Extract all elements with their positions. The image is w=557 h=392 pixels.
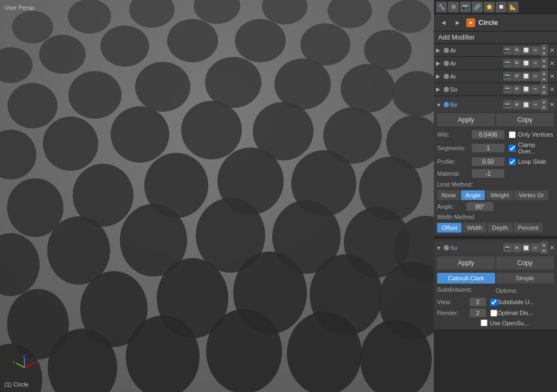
toolbar-icon-7[interactable]: 📐 [508, 2, 518, 12]
bevel-segments-value[interactable]: 1 [472, 144, 504, 152]
catmull-clark-btn[interactable]: Catmull-Clark [437, 273, 495, 284]
back-arrow-icon[interactable]: ◀ [438, 17, 449, 28]
mod-up-1[interactable]: ▲ [540, 44, 548, 50]
add-modifier-button[interactable]: Add Modifier [434, 31, 557, 44]
bevel-down[interactable]: ▼ [540, 105, 548, 111]
subdiv-up[interactable]: ▲ [540, 242, 548, 248]
limit-vertex-gr-btn[interactable]: Vertex Gr [514, 190, 548, 200]
mod-camera-icon-1[interactable]: 📷 [503, 46, 512, 55]
subdiv-render-icon[interactable]: ⬜ [522, 243, 530, 252]
mod-camera-icon-2[interactable]: 📷 [503, 59, 512, 68]
bevel-angle-value[interactable]: 80° [466, 202, 494, 211]
toolbar-icon-2[interactable]: ⚙ [448, 2, 459, 12]
bevel-close[interactable]: ✕ [549, 101, 555, 108]
bevel-up[interactable]: ▲ [540, 99, 548, 105]
subdiv-copy-button[interactable]: Copy [496, 256, 554, 269]
subdiv-view-row: View: 2 Subdivide U... [434, 297, 557, 307]
mod-up-2[interactable]: ▲ [540, 57, 548, 63]
bevel-copy-button[interactable]: Copy [496, 113, 554, 126]
mod-up-3[interactable]: ▲ [540, 70, 548, 76]
bevel-render-icon[interactable]: ⬜ [522, 100, 530, 109]
width-depth-btn[interactable]: Depth [488, 223, 512, 233]
mod-up-4[interactable]: ▲ [540, 83, 548, 89]
expand-icon-4[interactable]: ▶ [436, 86, 443, 92]
svg-point-24 [111, 106, 169, 163]
toolbar-icon-3[interactable]: 📷 [460, 2, 471, 12]
viewport[interactable]: User Persp [0, 0, 434, 392]
mod-close-4[interactable]: ✕ [549, 86, 555, 93]
mod-down-1[interactable]: ▼ [540, 50, 548, 56]
subdivide-u-checkbox[interactable] [490, 299, 497, 306]
bevel-wid-value[interactable]: 0.0406 [472, 130, 504, 139]
mod-icons-3: 📷 👁 ⬜ ✏ ▲ ▼ ✕ [503, 70, 555, 82]
expand-icon-3[interactable]: ▶ [436, 73, 443, 79]
mod-checkbox-4[interactable] [444, 87, 449, 92]
mod-checkbox-3[interactable] [444, 74, 449, 79]
mod-edit-icon-1[interactable]: ✏ [531, 46, 540, 55]
bevel-expand-icon[interactable]: ▼ [436, 102, 443, 108]
toolbar-icon-1[interactable]: 🔧 [436, 2, 447, 12]
limit-angle-btn[interactable]: Angle [461, 190, 485, 200]
mod-edit-icon-2[interactable]: ✏ [531, 59, 540, 68]
mod-down-2[interactable]: ▼ [540, 63, 548, 69]
width-offset-btn[interactable]: Offset [437, 223, 462, 233]
expand-icon-2[interactable]: ▶ [436, 60, 443, 66]
optimal-dis-checkbox[interactable] [490, 310, 497, 317]
mod-camera-icon-3[interactable]: 📷 [503, 72, 512, 81]
limit-none-btn[interactable]: None [437, 190, 460, 200]
bevel-apply-button[interactable]: Apply [437, 113, 495, 126]
subdiv-close[interactable]: ✕ [549, 244, 555, 252]
mod-camera-icon-4[interactable]: 📷 [503, 85, 512, 94]
only-vertices-checkbox[interactable] [509, 131, 516, 138]
mod-eye-icon-4[interactable]: 👁 [513, 85, 521, 94]
simple-btn[interactable]: Simple [496, 273, 554, 284]
render-value[interactable]: 2 [470, 309, 486, 317]
bevel-material-value[interactable]: -1 [472, 169, 504, 178]
bevel-label: Be [450, 101, 502, 108]
width-width-btn[interactable]: Width [463, 223, 486, 233]
toolbar-icon-6[interactable]: 🔲 [496, 2, 507, 12]
mod-checkbox-2[interactable] [444, 61, 449, 66]
mod-edit-icon-3[interactable]: ✏ [531, 72, 540, 81]
subdiv-camera-icon[interactable]: 📷 [503, 243, 512, 252]
loop-slide-checkbox[interactable] [509, 158, 516, 165]
mod-render-icon-4[interactable]: ⬜ [522, 85, 530, 94]
svg-point-9 [39, 35, 86, 74]
mod-eye-icon-2[interactable]: 👁 [513, 59, 521, 68]
use-opensu-checkbox[interactable] [481, 319, 488, 326]
bevel-camera-icon[interactable]: 📷 [503, 100, 512, 109]
svg-point-15 [8, 83, 57, 128]
expand-icon-1[interactable]: ▶ [436, 47, 443, 53]
bevel-eye-icon[interactable]: 👁 [513, 100, 521, 109]
subdiv-apply-button[interactable]: Apply [437, 256, 495, 269]
mod-down-3[interactable]: ▼ [540, 76, 548, 82]
mod-close-1[interactable]: ✕ [549, 47, 555, 54]
forward-arrow-icon[interactable]: ▶ [452, 17, 463, 28]
subdiv-edit-icon[interactable]: ✏ [531, 243, 540, 252]
mod-render-icon-1[interactable]: ⬜ [522, 46, 530, 55]
mod-eye-icon-3[interactable]: 👁 [513, 72, 521, 81]
options-header: Options: [492, 286, 554, 295]
width-percent-btn[interactable]: Percent [514, 223, 543, 233]
mod-checkbox-1[interactable] [444, 48, 449, 53]
mod-down-4[interactable]: ▼ [540, 89, 548, 95]
limit-weight-btn[interactable]: Weight [486, 190, 513, 200]
bevel-segments-label: Segments: [437, 145, 470, 151]
mod-edit-icon-4[interactable]: ✏ [531, 85, 540, 94]
bevel-edit-icon[interactable]: ✏ [531, 100, 540, 109]
subdiv-eye-icon[interactable]: 👁 [513, 243, 521, 252]
toolbar-icon-5[interactable]: ⭐ [484, 2, 495, 12]
mod-eye-icon-1[interactable]: 👁 [513, 46, 521, 55]
mod-close-3[interactable]: ✕ [549, 73, 555, 80]
bevel-checkbox[interactable] [444, 102, 449, 107]
mod-close-2[interactable]: ✕ [549, 60, 555, 67]
view-value[interactable]: 2 [470, 298, 486, 306]
subdiv-down[interactable]: ▼ [540, 248, 548, 254]
clamp-over-checkbox[interactable] [509, 145, 516, 152]
mod-render-icon-3[interactable]: ⬜ [522, 72, 530, 81]
subdiv-eye-toggle[interactable] [444, 245, 449, 250]
mod-render-icon-2[interactable]: ⬜ [522, 59, 530, 68]
bevel-profile-value[interactable]: 0.50 [472, 157, 504, 166]
subdiv-expand-icon[interactable]: ▼ [436, 245, 443, 251]
toolbar-icon-4[interactable]: 🔗 [472, 2, 483, 12]
